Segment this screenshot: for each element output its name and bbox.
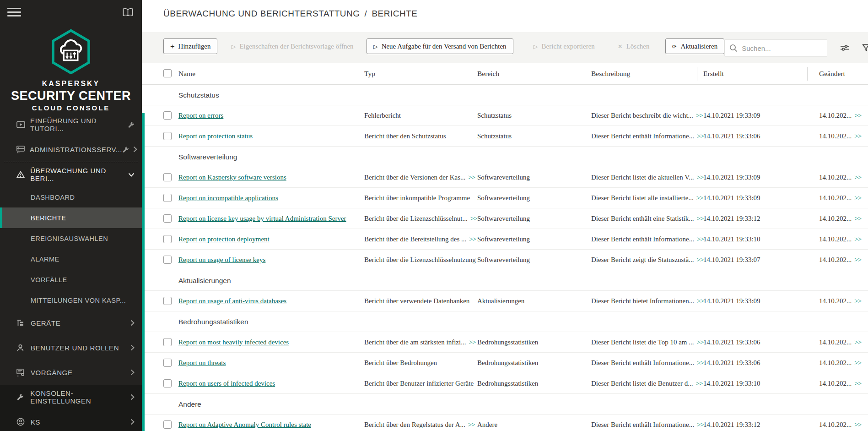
column-header-bereich[interactable]: Bereich: [477, 63, 499, 85]
report-name-link[interactable]: Report on protection status: [178, 132, 253, 140]
column-header-name[interactable]: Name: [178, 63, 195, 85]
sidebar-item-geraete[interactable]: GERÄTE: [0, 311, 142, 335]
table-row[interactable]: Report on Kaspersky software versions Be…: [142, 167, 868, 188]
more-link[interactable]: >>: [697, 256, 704, 264]
more-link[interactable]: >>: [468, 421, 475, 429]
more-link[interactable]: >>: [469, 235, 476, 243]
sidebar-item-ueberwachung[interactable]: ÜBERWACHUNG UND BERI...: [0, 162, 142, 187]
search-box[interactable]: [724, 39, 827, 57]
more-link[interactable]: >>: [695, 380, 702, 387]
filter-icon[interactable]: [862, 44, 868, 52]
delete-button[interactable]: ✕ Löschen: [611, 38, 656, 54]
more-link[interactable]: >>: [468, 174, 475, 181]
sidebar-item-benutzer-und-rollen[interactable]: BENUTZER UND ROLLEN: [0, 335, 142, 360]
sidebar-item-vorfaelle[interactable]: VORFÄLLE: [0, 269, 142, 290]
row-checkbox[interactable]: [163, 132, 172, 140]
more-link[interactable]: >>: [697, 359, 704, 367]
sidebar-item-vorgaenge[interactable]: VORGÄNGE: [0, 360, 142, 385]
report-name-link[interactable]: Report on Kaspersky software versions: [178, 174, 286, 181]
table-row[interactable]: Report on Adaptive Anomaly Control rules…: [142, 415, 868, 431]
more-link[interactable]: >>: [854, 421, 861, 429]
column-header-typ[interactable]: Typ: [364, 63, 375, 85]
table-row[interactable]: Report on errors Fehlerbericht Schutzsta…: [142, 105, 868, 126]
export-report-button[interactable]: ▷ Bericht exportieren: [527, 38, 601, 54]
table-row[interactable]: Report on threats Bericht über Bedrohung…: [142, 353, 868, 373]
column-header-erstellt[interactable]: Erstellt: [703, 63, 724, 85]
more-link[interactable]: >>: [470, 215, 477, 223]
more-link[interactable]: >>: [697, 215, 704, 223]
table-row[interactable]: Report on license key usage by virtual A…: [142, 208, 868, 229]
report-name-link[interactable]: Report on usage of anti-virus databases: [178, 297, 286, 305]
more-link[interactable]: >>: [854, 359, 861, 367]
more-link[interactable]: >>: [696, 194, 703, 202]
row-checkbox[interactable]: [163, 256, 172, 264]
table-row[interactable]: Report on usage of anti-virus databases …: [142, 291, 868, 311]
table-row[interactable]: Report on users of infected devices Beri…: [142, 373, 868, 394]
row-checkbox[interactable]: [163, 420, 172, 429]
more-link[interactable]: >>: [854, 235, 861, 243]
breadcrumb-parent[interactable]: ÜBERWACHUNG UND BERICHTERSTATTUNG: [163, 9, 360, 19]
table-row[interactable]: Report on usage of license keys Bericht …: [142, 250, 868, 270]
more-link[interactable]: >>: [854, 380, 861, 387]
open-report-template-properties-button[interactable]: ▷ Eigenschaften der Berichtsvorlage öffn…: [225, 38, 360, 54]
new-report-delivery-task-button[interactable]: ▷ Neue Aufgabe für den Versand von Beric…: [367, 38, 513, 54]
report-name-link[interactable]: Report on incompatible applications: [178, 194, 278, 202]
more-link[interactable]: >>: [854, 174, 861, 181]
more-link[interactable]: >>: [854, 338, 861, 346]
column-settings-icon[interactable]: [840, 44, 849, 51]
table-row[interactable]: Report on most heavily infected devices …: [142, 332, 868, 353]
more-link[interactable]: >>: [696, 174, 703, 181]
table-row[interactable]: Report on protection status Bericht über…: [142, 126, 868, 147]
more-link[interactable]: >>: [469, 338, 475, 346]
sidebar-item-account-ks[interactable]: KS: [0, 409, 142, 431]
sidebar-item-einfuehrung[interactable]: EINFÜHRUNG UND TUTORI...: [0, 112, 142, 137]
row-checkbox[interactable]: [163, 379, 172, 387]
sidebar-item-administrationsserver[interactable]: ADMINISTRATIONSSERV...: [0, 137, 142, 162]
more-link[interactable]: >>: [854, 256, 861, 264]
search-input[interactable]: [742, 44, 819, 52]
row-checkbox[interactable]: [163, 338, 172, 346]
row-checkbox[interactable]: [163, 297, 172, 305]
sidebar-item-berichte[interactable]: BERICHTE: [0, 207, 142, 228]
more-link[interactable]: >>: [854, 112, 861, 120]
report-name-link[interactable]: Report on Adaptive Anomaly Control rules…: [178, 421, 311, 429]
more-link[interactable]: >>: [697, 235, 704, 243]
more-link[interactable]: >>: [697, 421, 704, 429]
more-link[interactable]: >>: [696, 338, 703, 346]
more-link[interactable]: >>: [854, 194, 861, 202]
sidebar-item-mitteilungen[interactable]: MITTEILUNGEN VON KASP...: [0, 290, 142, 311]
report-name-link[interactable]: Report on threats: [178, 359, 226, 367]
report-name-link[interactable]: Report on usage of license keys: [178, 256, 265, 264]
more-link[interactable]: >>: [697, 132, 704, 140]
select-all-checkbox[interactable]: [163, 69, 172, 77]
row-checkbox[interactable]: [163, 111, 172, 120]
report-name-link[interactable]: Report on protection deployment: [178, 235, 270, 243]
column-header-geaendert[interactable]: Geändert: [819, 63, 845, 85]
vertical-scrollbar[interactable]: [142, 113, 145, 431]
row-checkbox[interactable]: [163, 214, 172, 223]
sidebar-item-ereignisauswahlen[interactable]: EREIGNISAUSWAHLEN: [0, 228, 142, 249]
row-checkbox[interactable]: [163, 235, 172, 243]
table-row[interactable]: Report on incompatible applications Beri…: [142, 188, 868, 208]
table-row[interactable]: Report on protection deployment Bericht …: [142, 229, 868, 250]
column-header-beschreibung[interactable]: Beschreibung: [591, 63, 630, 85]
more-link[interactable]: >>: [696, 112, 703, 120]
report-name-link[interactable]: Report on errors: [178, 112, 223, 120]
documentation-icon[interactable]: [122, 7, 134, 17]
more-link[interactable]: >>: [854, 297, 861, 305]
more-link[interactable]: >>: [697, 297, 704, 305]
report-name-link[interactable]: Report on license key usage by virtual A…: [178, 215, 346, 223]
refresh-button[interactable]: ⟳ Aktualisieren: [665, 38, 725, 54]
report-name-link[interactable]: Report on most heavily infected devices: [178, 338, 289, 346]
row-checkbox[interactable]: [163, 359, 172, 367]
wrench-icon[interactable]: [128, 121, 135, 128]
row-checkbox[interactable]: [163, 194, 172, 202]
more-link[interactable]: >>: [854, 215, 861, 223]
add-button[interactable]: + Hinzufügen: [163, 38, 217, 54]
sidebar-item-alarme[interactable]: ALARME: [0, 249, 142, 269]
sidebar-item-konsolen-einstellungen[interactable]: KONSOLEN-EINSTELLUNGEN: [0, 385, 142, 409]
row-checkbox[interactable]: [163, 173, 172, 181]
report-name-link[interactable]: Report on users of infected devices: [178, 380, 275, 387]
sidebar-item-dashboard[interactable]: DASHBOARD: [0, 187, 142, 207]
more-link[interactable]: >>: [854, 132, 861, 140]
